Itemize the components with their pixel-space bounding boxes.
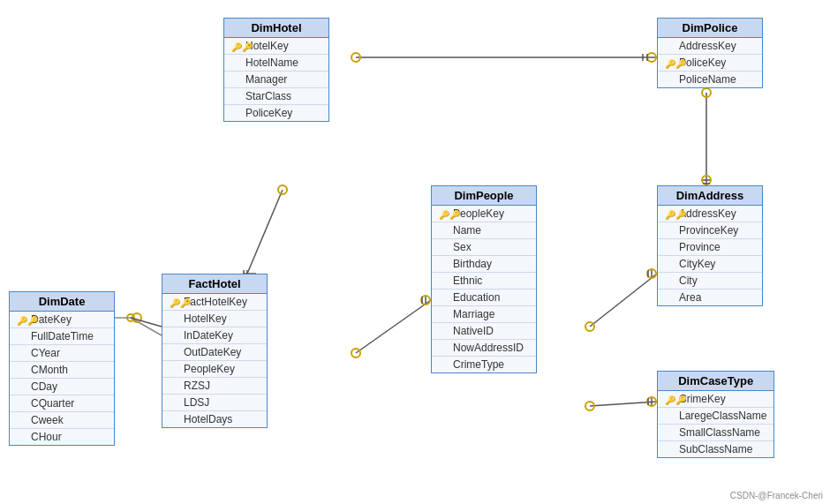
svg-point-29: [647, 269, 656, 278]
table-row: Sex: [432, 239, 536, 256]
field-name: Name: [453, 224, 481, 237]
table-row: City: [658, 273, 762, 290]
key-icon: 🔑: [665, 210, 677, 219]
table-header-dimhotel: DimHotel: [224, 19, 328, 38]
svg-point-13: [351, 53, 360, 62]
field-name: ProvinceKey: [679, 224, 738, 237]
svg-point-33: [585, 402, 594, 410]
field-name: Province: [679, 241, 721, 253]
field-name: HotelDays: [184, 413, 232, 425]
field-name: SmallClassName: [679, 426, 760, 439]
field-name: Area: [679, 291, 701, 304]
field-name: NativeID: [453, 325, 494, 337]
field-name: FullDateTime: [31, 330, 94, 342]
field-name: RZSJ: [184, 380, 210, 392]
field-name: CrimeType: [453, 358, 504, 371]
svg-line-0: [131, 318, 162, 335]
table-row: CityKey: [658, 256, 762, 273]
table-header-dimaddress: DimAddress: [658, 186, 762, 206]
key-icon: 🔑: [439, 210, 451, 219]
table-row: PoliceName: [658, 71, 762, 87]
table-row: LaregeClassName: [658, 408, 773, 425]
table-header-dimpeople: DimPeople: [432, 186, 536, 206]
table-row: SubClassName: [658, 441, 773, 457]
table-dimpolice: DimPoliceAddressKey🔑PoliceKeyPoliceName: [657, 18, 763, 88]
table-row: PoliceKey: [224, 105, 328, 121]
table-dimcasetype: DimCaseType🔑CrimeKeyLaregeClassNameSmall…: [657, 371, 774, 458]
svg-line-32: [590, 402, 657, 406]
table-row: PeopleKey: [162, 361, 267, 378]
table-row: CQuarter: [10, 395, 114, 412]
field-name: CDay: [31, 380, 57, 393]
table-dimdate: DimDate🔑DateKeyFullDateTimeCYearCMonthCD…: [9, 291, 115, 446]
field-name: LaregeClassName: [679, 410, 766, 422]
table-row: 🔑PeopleKey: [432, 206, 536, 222]
field-name: CityKey: [679, 258, 715, 270]
table-row: NowAddressID: [432, 340, 536, 357]
field-name: Ethnic: [453, 275, 482, 287]
table-row: OutDateKey: [162, 344, 267, 361]
table-dimpeople: DimPeople🔑PeopleKeyNameSexBirthdayEthnic…: [431, 185, 537, 373]
table-row: StarClass: [224, 88, 328, 105]
svg-line-22: [356, 300, 431, 353]
table-row: 🔑PoliceKey: [658, 55, 762, 71]
svg-point-23: [351, 349, 360, 357]
table-header-dimdate: DimDate: [10, 292, 114, 312]
svg-point-34: [647, 397, 656, 406]
table-row: Province: [658, 239, 762, 256]
table-row: CrimeType: [432, 357, 536, 372]
table-row: InDateKey: [162, 327, 267, 344]
field-name: Manager: [245, 73, 287, 86]
field-name: PoliceKey: [245, 107, 292, 119]
table-row: ProvinceKey: [658, 222, 762, 239]
field-name: HotelKey: [184, 312, 227, 325]
table-row: 🔑AddressKey: [658, 206, 762, 222]
table-row: Ethnic: [432, 273, 536, 290]
table-row: CHour: [10, 429, 114, 445]
table-row: RZSJ: [162, 378, 267, 395]
table-row: Birthday: [432, 256, 536, 273]
table-facthotel: FactHotel🔑FactHotelKeyHotelKeyInDateKeyO…: [162, 274, 268, 428]
table-row: 🔑FactHotelKey: [162, 294, 267, 311]
field-name: Marriage: [453, 308, 494, 320]
table-row: 🔑HotelKey: [224, 38, 328, 55]
svg-point-14: [647, 53, 656, 62]
field-name: FactHotelKey: [184, 296, 247, 308]
svg-line-27: [590, 274, 657, 327]
table-row: Name: [432, 222, 536, 239]
svg-point-19: [702, 176, 711, 184]
table-row: HotelKey: [162, 311, 267, 327]
table-row: CMonth: [10, 362, 114, 379]
table-row: Marriage: [432, 306, 536, 323]
field-name: SubClassName: [679, 443, 752, 455]
svg-line-6: [131, 318, 162, 327]
field-name: CYear: [31, 347, 60, 359]
key-icon: 🔑: [170, 298, 182, 307]
field-name: PoliceName: [679, 73, 736, 86]
diagram-container: DimDate🔑DateKeyFullDateTimeCYearCMonthCD…: [0, 0, 830, 504]
table-dimaddress: DimAddress🔑AddressKeyProvinceKeyProvince…: [657, 185, 763, 306]
field-name: PoliceKey: [679, 56, 726, 69]
table-row: CYear: [10, 345, 114, 362]
table-row: HotelDays: [162, 411, 267, 427]
field-name: CQuarter: [31, 397, 74, 410]
table-row: Cweek: [10, 412, 114, 429]
table-header-dimcasetype: DimCaseType: [658, 372, 773, 391]
table-row: Area: [658, 290, 762, 305]
svg-point-18: [702, 88, 711, 97]
table-row: AddressKey: [658, 38, 762, 55]
field-name: InDateKey: [184, 329, 233, 342]
field-name: Cweek: [31, 414, 64, 426]
svg-point-28: [585, 322, 594, 331]
key-icon: 🔑: [665, 59, 677, 68]
field-name: HotelName: [245, 56, 298, 69]
table-row: HotelName: [224, 55, 328, 71]
svg-point-8: [278, 185, 287, 194]
field-name: Sex: [453, 241, 472, 253]
table-header-facthotel: FactHotel: [162, 275, 267, 294]
table-row: NativeID: [432, 323, 536, 340]
table-row: 🔑CrimeKey: [658, 391, 773, 408]
svg-point-5: [132, 313, 141, 322]
field-name: City: [679, 275, 698, 287]
field-name: PeopleKey: [453, 207, 504, 220]
